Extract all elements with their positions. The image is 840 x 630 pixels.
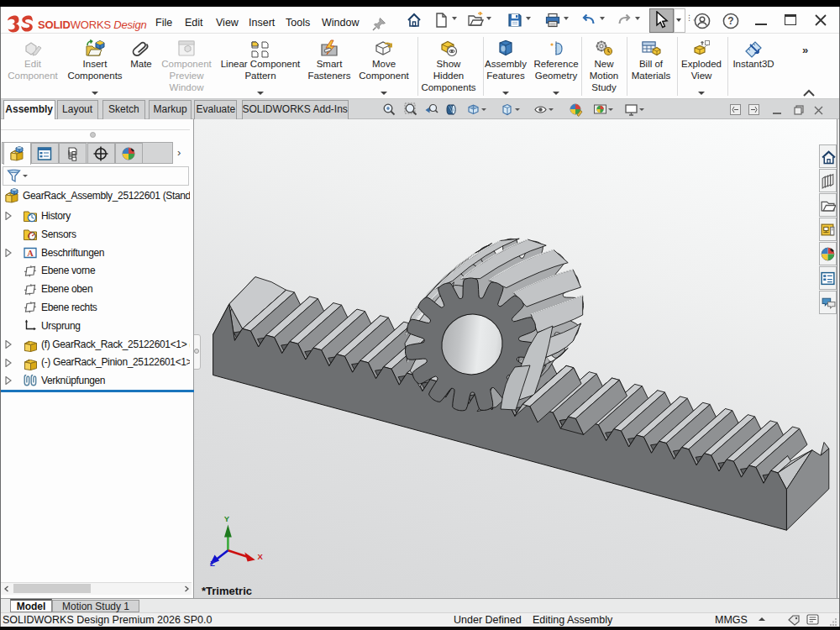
svg-text:?: ? xyxy=(727,15,733,27)
svg-text:A: A xyxy=(27,249,34,258)
svg-text:X: X xyxy=(258,552,264,561)
svg-text:Z: Z xyxy=(210,559,215,568)
svg-text:*Trimetric: *Trimetric xyxy=(202,585,252,597)
svg-text:Y: Y xyxy=(224,514,230,523)
